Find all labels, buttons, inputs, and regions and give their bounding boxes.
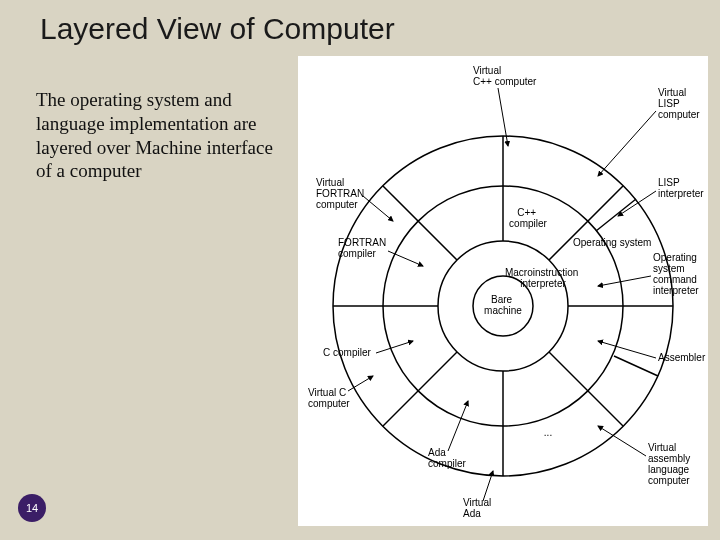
callout-right: LISP interpreter — [658, 177, 704, 199]
callout-right-low: Assembler — [658, 352, 706, 363]
svg-line-1 — [549, 186, 623, 260]
callout-top-left: Virtual FORTRAN computer — [316, 177, 367, 210]
diagram-svg: Bare machine Macroinstruction interprete… — [298, 56, 708, 526]
svg-line-18 — [376, 341, 413, 353]
callout-bottom-right: Virtual assembly language computer — [648, 442, 693, 486]
label-bare-machine: Bare machine — [484, 294, 522, 316]
svg-line-13 — [598, 276, 651, 286]
callout-right-mid: Operating system command interpreter — [653, 252, 700, 296]
svg-line-14 — [598, 341, 656, 358]
label-macro: Macroinstruction interpreter — [505, 267, 581, 289]
slide: Layered View of Computer The operating s… — [0, 0, 720, 540]
svg-line-11 — [598, 111, 656, 176]
svg-line-7 — [383, 186, 457, 260]
page-number-badge: 14 — [18, 494, 46, 522]
layered-computer-diagram: Bare machine Macroinstruction interprete… — [298, 56, 708, 526]
callout-left-low: C compiler — [323, 347, 371, 358]
svg-line-3 — [549, 352, 623, 426]
callout-left-mid: FORTRAN compiler — [338, 237, 389, 259]
slide-body-text: The operating system and language implem… — [36, 88, 286, 183]
callout-top-right: Virtual LISP computer — [658, 87, 700, 120]
svg-line-21 — [363, 196, 393, 221]
slide-title: Layered View of Computer — [40, 12, 395, 46]
svg-line-5 — [383, 352, 457, 426]
svg-line-12 — [618, 191, 656, 216]
svg-line-8 — [596, 199, 636, 231]
label-dots: ... — [544, 427, 552, 438]
label-cpp-compiler: C++ compiler — [509, 207, 547, 229]
callout-top: Virtual C++ computer — [473, 65, 537, 87]
callouts: Virtual C++ computer Virtual LISP comput… — [308, 65, 706, 519]
svg-line-9 — [614, 356, 658, 376]
callout-bottom: Virtual Ada — [463, 497, 494, 519]
callout-left: Virtual C computer — [308, 387, 350, 409]
callout-bottom-left: Ada compiler — [428, 447, 466, 469]
label-os: Operating system — [573, 237, 651, 248]
svg-line-17 — [448, 401, 468, 451]
